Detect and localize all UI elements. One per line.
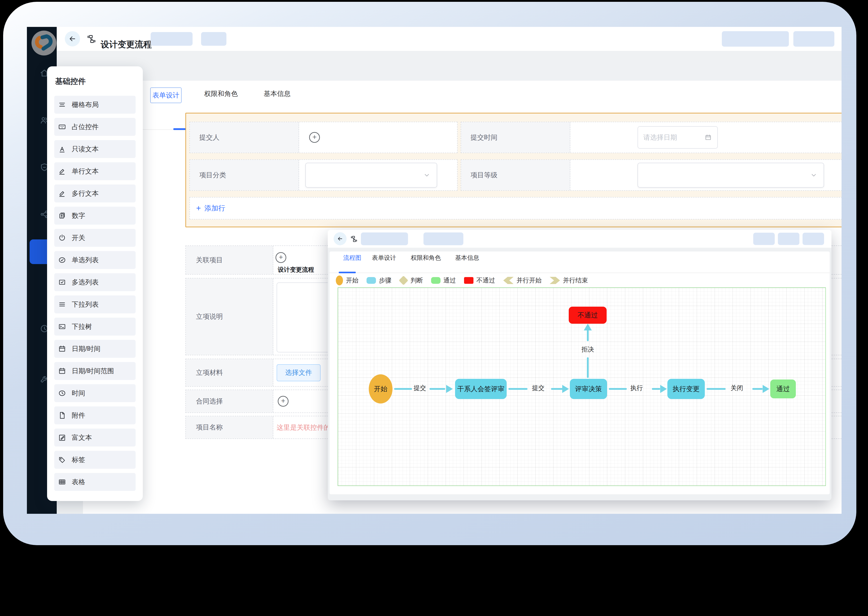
back-button[interactable] — [65, 31, 80, 46]
flow-node-stakeholder-review[interactable]: 干系人会签评审 — [455, 379, 506, 399]
edge-label-submit-2: 提交 — [532, 384, 544, 392]
flow-node-review-decision[interactable]: 评审决策 — [570, 379, 607, 399]
edge-label-close: 关闭 — [731, 384, 743, 392]
legend-chevron-left-swatch — [503, 277, 514, 284]
overlay-title-skeleton — [361, 233, 408, 245]
readonly-text-icon — [58, 145, 66, 153]
tab-form-design[interactable]: 表单设计 — [150, 87, 182, 103]
flow-legend: 开始步骤判断通过不通过并行开始并行结束 — [336, 275, 588, 286]
tag-icon — [58, 456, 66, 464]
edge-line — [752, 388, 763, 390]
edge-label-execute: 执行 — [631, 384, 643, 392]
submit-time-row: 提交时间 请选择日期 — [461, 122, 841, 153]
arrow-up-icon — [584, 324, 592, 330]
chevron-down-icon — [810, 171, 817, 179]
edge-line — [609, 388, 627, 390]
edge-line — [707, 388, 726, 390]
legend-item: 并行开始 — [503, 276, 542, 285]
panel-item-placeholder[interactable]: 占位控件 — [54, 118, 136, 136]
level-select[interactable] — [638, 163, 824, 188]
overlay-tab-basic-info[interactable]: 基本信息 — [455, 254, 479, 262]
tab-permissions-roles[interactable]: 权限和角色 — [204, 89, 238, 98]
legend-diamond-swatch — [399, 276, 408, 285]
flow-title-icon — [350, 235, 358, 243]
radio-list-icon — [58, 256, 66, 264]
legend-item: 判断 — [399, 276, 423, 285]
panel-item-multi-line-text[interactable]: 多行文本 — [54, 184, 136, 203]
edge-line — [429, 388, 445, 390]
edge-line — [394, 388, 412, 390]
panel-item-grid-layout[interactable]: 栅格布局 — [54, 96, 136, 114]
dropdown-list-icon — [58, 300, 66, 309]
add-person-icon[interactable] — [309, 132, 320, 143]
panel-item-checkbox-list[interactable]: 多选列表 — [54, 273, 136, 291]
date-input[interactable]: 请选择日期 — [638, 126, 718, 149]
header-action-skeleton[interactable] — [722, 31, 789, 47]
panel-item-datetime-range[interactable]: 日期/时间范围 — [54, 362, 136, 380]
multi-line-text-icon — [58, 189, 66, 198]
submitter-row: 提交人 — [189, 122, 458, 153]
overlay-action-skeleton[interactable] — [753, 233, 775, 245]
add-contract-icon[interactable] — [278, 396, 288, 407]
panel-item-single-line-text[interactable]: 单行文本 — [54, 162, 136, 180]
overlay-title-skeleton — [423, 233, 463, 245]
app-window: 设计变更流程 流程图 表单设计 权限和角色 基本信息 提交人 — [27, 27, 841, 514]
panel-item-table[interactable]: 表格 — [54, 473, 136, 491]
arrow-right-icon — [763, 385, 769, 393]
header-skeleton-button[interactable] — [151, 32, 193, 46]
project-desc-label: 立项说明 — [186, 278, 273, 355]
edge-label-reject: 拒决 — [582, 345, 594, 354]
panel-item-datetime[interactable]: 日期/时间 — [54, 340, 136, 358]
choose-file-button[interactable]: 选择文件 — [277, 364, 321, 381]
edge-line-vertical — [587, 330, 589, 341]
header-action-skeleton[interactable] — [793, 31, 834, 47]
device-frame: 设计变更流程 流程图 表单设计 权限和角色 基本信息 提交人 — [3, 2, 856, 545]
add-link-icon[interactable] — [275, 252, 286, 263]
header-skeleton-button[interactable] — [201, 32, 226, 46]
table-icon — [58, 478, 66, 486]
overlay-tab-permissions-roles[interactable]: 权限和角色 — [411, 254, 441, 262]
legend-chevron-right-swatch — [550, 277, 560, 284]
level-label: 项目等级 — [461, 160, 570, 190]
overlay-tab-flow-diagram[interactable]: 流程图 — [343, 254, 362, 262]
grid-layout-icon — [58, 101, 66, 109]
controls-palette: 基础控件 栅格布局占位控件只读文本单行文本多行文本数字开关单选列表多选列表下拉列… — [47, 66, 143, 501]
date-placeholder: 请选择日期 — [643, 133, 704, 142]
dropdown-tree-icon — [58, 322, 66, 331]
overlay-tab-form-design[interactable]: 表单设计 — [372, 254, 396, 262]
panel-item-dropdown-tree[interactable]: 下拉树 — [54, 317, 136, 336]
arrow-right-icon — [660, 385, 667, 393]
panel-item-dropdown-list[interactable]: 下拉列表 — [54, 295, 136, 313]
panel-item-time[interactable]: 时间 — [54, 384, 136, 402]
rich-text-icon — [58, 433, 66, 442]
datetime-range-icon — [58, 367, 66, 375]
flow-node-passed[interactable]: 通过 — [770, 380, 796, 398]
add-row-button[interactable]: + 添加行 — [196, 204, 225, 213]
edge-label-submit-1: 提交 — [414, 384, 426, 392]
panel-item-rich-text[interactable]: 富文本 — [54, 429, 136, 446]
plus-icon: + — [196, 204, 201, 212]
panel-item-number[interactable]: 数字 — [54, 207, 136, 225]
legend-rect-swatch — [464, 277, 473, 284]
panel-item-radio-list[interactable]: 单选列表 — [54, 251, 136, 269]
panel-item-switch[interactable]: 开关 — [54, 229, 136, 247]
submitter-field[interactable] — [299, 122, 457, 152]
legend-round-rect-swatch — [366, 277, 376, 284]
category-select[interactable] — [305, 163, 437, 188]
legend-item: 开始 — [336, 275, 359, 285]
flow-node-execute-change[interactable]: 执行变更 — [667, 379, 705, 399]
overlay-action-skeleton[interactable] — [802, 233, 824, 245]
panel-item-attachment[interactable]: 附件 — [54, 406, 136, 424]
grid-layout-section[interactable]: 提交人 提交时间 请选择日期 — [186, 113, 841, 227]
panel-item-readonly-text[interactable]: 只读文本 — [54, 140, 136, 158]
app-logo — [31, 30, 57, 56]
overlay-header — [328, 230, 832, 248]
flow-node-rejected[interactable]: 不通过 — [569, 306, 607, 324]
overlay-back-button[interactable] — [333, 232, 347, 245]
legend-ellipse-swatch — [336, 275, 343, 285]
panel-item-tag[interactable]: 标签 — [54, 451, 136, 469]
flow-node-start[interactable]: 开始 — [369, 374, 393, 404]
overlay-action-skeleton[interactable] — [778, 233, 799, 245]
checkbox-list-icon — [58, 278, 66, 286]
tab-basic-info[interactable]: 基本信息 — [264, 89, 291, 98]
